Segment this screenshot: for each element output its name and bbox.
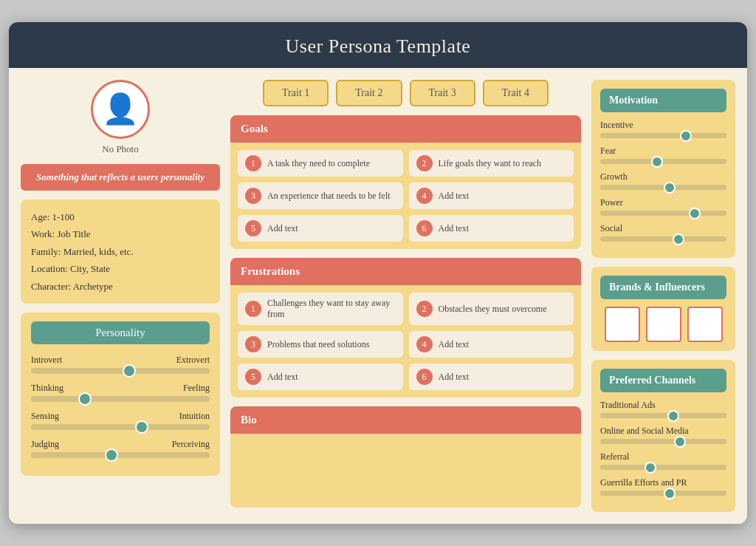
motivation-label-3: Power xyxy=(600,197,726,208)
motivation-slider-4[interactable]: Social xyxy=(600,223,726,242)
mot-track-1[interactable] xyxy=(600,159,726,164)
mot-thumb-4[interactable] xyxy=(673,233,684,245)
bio-header: Bio xyxy=(230,406,581,434)
info-age: Age: 1-100 xyxy=(31,208,210,225)
frustrations-header: Frustrations xyxy=(230,258,581,285)
ch-track-3[interactable] xyxy=(600,491,726,496)
goal-text-2: An experience that needs to be felt xyxy=(267,191,391,202)
mot-thumb-1[interactable] xyxy=(651,156,663,168)
trait-badge-0[interactable]: Trait 1 xyxy=(263,80,329,106)
motivation-slider-3[interactable]: Power xyxy=(600,197,726,216)
ch-track-1[interactable] xyxy=(600,439,726,444)
tagline-box: Something that reflects a users personal… xyxy=(21,164,220,191)
motivation-slider-2[interactable]: Growth xyxy=(600,171,726,190)
personality-slider-0[interactable]: Introvert Extrovert xyxy=(31,355,210,374)
channel-label-0: Traditional Ads xyxy=(600,400,726,411)
slider-thumb-0[interactable] xyxy=(123,364,136,378)
slider-track-2[interactable] xyxy=(31,424,210,430)
frustration-item-2: 3 Problems that need solutions xyxy=(238,331,403,358)
info-location: Location: City, State xyxy=(31,260,210,277)
ch-track-2[interactable] xyxy=(600,465,726,470)
frustration-number-1: 2 xyxy=(416,301,433,317)
brand-item-2 xyxy=(646,307,681,342)
goal-text-1: Life goals they want to reach xyxy=(439,158,542,169)
motivation-slider-0[interactable]: Incentive xyxy=(600,120,726,138)
frustration-item-4: 5 Add text xyxy=(238,364,403,390)
info-family: Family: Married, kids, etc. xyxy=(31,243,210,260)
avatar-section: 👤 No Photo xyxy=(21,80,220,155)
avatar: 👤 xyxy=(91,80,150,139)
frustration-number-3: 4 xyxy=(416,336,433,352)
frustration-item-3: 4 Add text xyxy=(409,331,574,358)
frustration-number-5: 6 xyxy=(416,369,433,385)
motivation-label-4: Social xyxy=(600,223,726,234)
personality-section: Personality Introvert Extrovert Thinking… xyxy=(21,313,220,476)
ch-track-0[interactable] xyxy=(600,413,726,418)
personality-slider-3[interactable]: Judging Perceiving xyxy=(31,439,210,458)
goal-number-0: 1 xyxy=(245,155,261,171)
trait-badge-3[interactable]: Trait 4 xyxy=(483,80,549,106)
middle-column: Trait 1Trait 2Trait 3Trait 4 Goals 1 A t… xyxy=(230,80,581,512)
slider-track-1[interactable] xyxy=(31,396,210,402)
goal-item-5: 6 Add text xyxy=(409,215,574,242)
info-character: Character: Archetype xyxy=(31,278,210,295)
personality-slider-1[interactable]: Thinking Feeling xyxy=(31,383,210,402)
frustration-item-1: 2 Obstacles they must overcome xyxy=(409,293,574,325)
page-title: User Persona Template xyxy=(9,22,747,68)
brands-box: Brands & Influencers xyxy=(591,267,735,351)
slider-right-label-0: Extrovert xyxy=(176,355,210,366)
goal-item-2: 3 An experience that needs to be felt xyxy=(238,182,403,209)
mot-track-2[interactable] xyxy=(600,185,726,190)
mot-thumb-2[interactable] xyxy=(664,182,676,194)
frustration-text-5: Add text xyxy=(439,372,470,383)
slider-track-0[interactable] xyxy=(31,368,210,374)
frustration-text-1: Obstacles they must overcome xyxy=(439,304,547,315)
motivation-slider-1[interactable]: Fear xyxy=(600,146,726,164)
motivation-sliders: Incentive Fear Growth Power Social xyxy=(600,120,726,242)
channel-slider-1[interactable]: Online and Social Media xyxy=(600,426,726,444)
personality-slider-2[interactable]: Sensing Intuition xyxy=(31,411,210,430)
slider-thumb-2[interactable] xyxy=(135,420,148,434)
trait-badge-2[interactable]: Trait 3 xyxy=(410,80,475,106)
traits-row: Trait 1Trait 2Trait 3Trait 4 xyxy=(230,80,581,106)
ch-thumb-3[interactable] xyxy=(664,488,676,499)
mot-track-0[interactable] xyxy=(600,133,726,138)
channel-slider-0[interactable]: Traditional Ads xyxy=(600,400,726,418)
bio-body xyxy=(230,434,581,508)
mot-track-3[interactable] xyxy=(600,211,726,216)
slider-right-label-2: Intuition xyxy=(179,411,210,422)
frustration-number-2: 3 xyxy=(245,336,261,352)
preferred-channels-header: Preferred Channels xyxy=(600,369,726,392)
frustration-text-0: Challenges they want to stay away from xyxy=(267,298,396,320)
person-icon: 👤 xyxy=(102,95,139,124)
mot-thumb-0[interactable] xyxy=(680,130,692,142)
motivation-label-2: Growth xyxy=(600,171,726,182)
frustration-number-4: 5 xyxy=(245,369,261,385)
slider-thumb-3[interactable] xyxy=(105,448,118,462)
ch-thumb-0[interactable] xyxy=(667,410,679,422)
preferred-channels-box: Preferred Channels Traditional Ads Onlin… xyxy=(591,360,735,512)
channel-slider-2[interactable]: Referral xyxy=(600,451,726,470)
slider-thumb-1[interactable] xyxy=(78,392,92,406)
brand-item-1 xyxy=(605,307,640,342)
personality-header: Personality xyxy=(31,321,210,344)
goal-item-3: 4 Add text xyxy=(409,182,574,209)
trait-badge-1[interactable]: Trait 2 xyxy=(336,80,402,106)
ch-thumb-2[interactable] xyxy=(645,462,656,474)
goal-item-0: 1 A task they need to complete xyxy=(238,150,403,177)
goal-text-0: A task they need to complete xyxy=(267,158,370,169)
brands-header: Brands & Influencers xyxy=(600,276,726,299)
frustrations-section: Frustrations 1 Challenges they want to s… xyxy=(230,258,581,397)
slider-track-3[interactable] xyxy=(31,452,210,458)
ch-thumb-1[interactable] xyxy=(674,436,686,448)
goal-text-4: Add text xyxy=(267,223,298,234)
info-box: Age: 1-100 Work: Job Title Family: Marri… xyxy=(21,199,220,304)
channel-slider-3[interactable]: Guerrilla Efforts and PR xyxy=(600,477,726,496)
frustration-text-3: Add text xyxy=(439,339,470,350)
mot-thumb-3[interactable] xyxy=(689,208,701,219)
no-photo-label: No Photo xyxy=(102,143,138,155)
goal-number-4: 5 xyxy=(245,220,261,236)
mot-track-4[interactable] xyxy=(600,236,726,242)
channel-label-3: Guerrilla Efforts and PR xyxy=(600,477,726,488)
goals-header: Goals xyxy=(230,115,581,143)
